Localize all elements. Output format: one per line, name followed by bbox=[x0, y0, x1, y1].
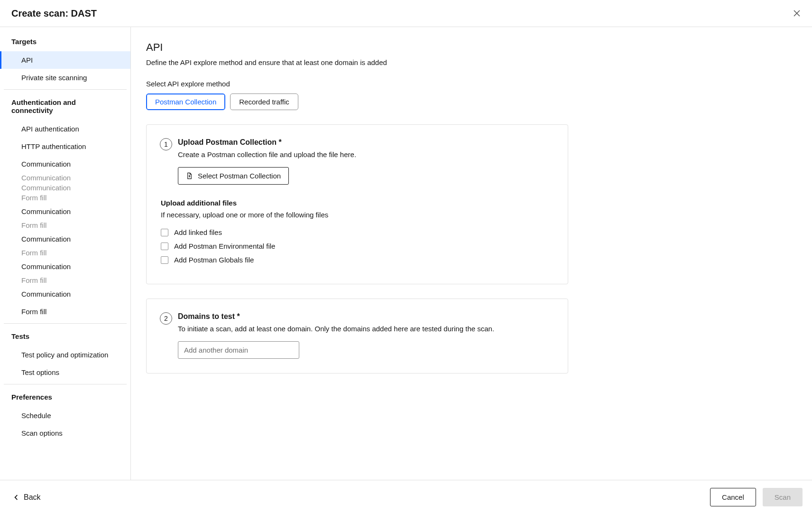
explore-method-option[interactable]: Recorded traffic bbox=[230, 93, 298, 110]
sidebar-item: Communication bbox=[0, 183, 130, 193]
additional-file-option: Add linked files bbox=[161, 228, 554, 236]
additional-file-option: Add Postman Environmental file bbox=[161, 242, 554, 250]
sidebar-item[interactable]: Communication bbox=[0, 203, 130, 220]
explore-method-option[interactable]: Postman Collection bbox=[146, 93, 225, 110]
page-description: Define the API explore method and ensure… bbox=[146, 58, 793, 66]
back-label: Back bbox=[24, 493, 41, 502]
step-number-2: 2 bbox=[160, 312, 172, 325]
dialog-body: TargetsAPIPrivate site scanningAuthentic… bbox=[0, 27, 812, 480]
select-postman-collection-label: Select Postman Collection bbox=[198, 172, 281, 180]
checkbox[interactable] bbox=[161, 243, 168, 250]
step1-description: Create a Postman collection file and upl… bbox=[178, 150, 554, 159]
sidebar-item[interactable]: Communication bbox=[0, 155, 130, 173]
sidebar-item: Communication bbox=[0, 173, 130, 183]
back-button[interactable]: Back bbox=[9, 490, 45, 505]
scan-button[interactable]: Scan bbox=[763, 488, 803, 506]
sidebar-group-title: Authentication and connectivity bbox=[0, 90, 130, 120]
sidebar-group-title: Preferences bbox=[0, 384, 130, 407]
file-upload-icon bbox=[186, 172, 193, 179]
sidebar-item: Form fill bbox=[0, 275, 130, 285]
sidebar-item[interactable]: Communication bbox=[0, 230, 130, 248]
close-icon bbox=[794, 10, 800, 17]
close-button[interactable] bbox=[790, 7, 803, 20]
additional-files-heading: Upload additional files bbox=[161, 199, 554, 207]
dialog-header: Create scan: DAST bbox=[0, 0, 812, 27]
step1-title: Upload Postman Collection * bbox=[178, 138, 554, 147]
sidebar-item: Form fill bbox=[0, 220, 130, 230]
sidebar-item[interactable]: Test policy and optimization bbox=[0, 346, 130, 364]
step2-description: To initiate a scan, add at least one dom… bbox=[178, 325, 554, 333]
sidebar-item: Form fill bbox=[0, 193, 130, 203]
cancel-label: Cancel bbox=[722, 493, 744, 501]
sidebar: TargetsAPIPrivate site scanningAuthentic… bbox=[0, 27, 131, 480]
scan-label: Scan bbox=[775, 493, 791, 501]
step2-title: Domains to test * bbox=[178, 312, 554, 321]
checkbox-label: Add Postman Globals file bbox=[174, 256, 254, 264]
sidebar-item[interactable]: Form fill bbox=[0, 303, 130, 320]
checkbox-label: Add Postman Environmental file bbox=[174, 242, 275, 250]
sidebar-item[interactable]: Communication bbox=[0, 285, 130, 303]
dialog-title: Create scan: DAST bbox=[11, 8, 97, 19]
sidebar-item[interactable]: Communication bbox=[0, 258, 130, 275]
sidebar-item[interactable]: Private site scanning bbox=[0, 69, 130, 86]
sidebar-scroll[interactable]: TargetsAPIPrivate site scanningAuthentic… bbox=[0, 27, 130, 480]
domains-card: 2 Domains to test * To initiate a scan, … bbox=[146, 299, 568, 374]
select-postman-collection-button[interactable]: Select Postman Collection bbox=[178, 167, 289, 185]
explore-method-label: Select API explore method bbox=[146, 80, 793, 88]
add-domain-input[interactable] bbox=[178, 341, 299, 359]
checkbox[interactable] bbox=[161, 229, 168, 236]
explore-method-segmented: Postman CollectionRecorded traffic bbox=[146, 93, 793, 110]
sidebar-item[interactable]: Scan options bbox=[0, 424, 130, 442]
upload-postman-card: 1 Upload Postman Collection * Create a P… bbox=[146, 124, 568, 284]
page-title: API bbox=[146, 41, 793, 54]
cancel-button[interactable]: Cancel bbox=[710, 488, 756, 506]
sidebar-item[interactable]: Schedule bbox=[0, 407, 130, 424]
sidebar-item[interactable]: API bbox=[0, 51, 130, 69]
checkbox[interactable] bbox=[161, 256, 168, 264]
step-number-1: 1 bbox=[160, 138, 172, 150]
checkbox-label: Add linked files bbox=[174, 228, 222, 236]
sidebar-item: Form fill bbox=[0, 248, 130, 258]
sidebar-item[interactable]: API authentication bbox=[0, 120, 130, 138]
sidebar-group-title: Targets bbox=[0, 27, 130, 51]
additional-files-description: If necessary, upload one or more of the … bbox=[161, 211, 554, 219]
sidebar-item[interactable]: HTTP authentication bbox=[0, 138, 130, 155]
sidebar-item[interactable]: Test options bbox=[0, 364, 130, 381]
chevron-left-icon bbox=[13, 495, 19, 500]
sidebar-group-title: Tests bbox=[0, 324, 130, 346]
main-content: API Define the API explore method and en… bbox=[131, 27, 812, 480]
additional-file-option: Add Postman Globals file bbox=[161, 256, 554, 264]
additional-files-options: Add linked filesAdd Postman Environmenta… bbox=[160, 228, 554, 264]
dialog-footer: Back Cancel Scan bbox=[0, 480, 812, 514]
